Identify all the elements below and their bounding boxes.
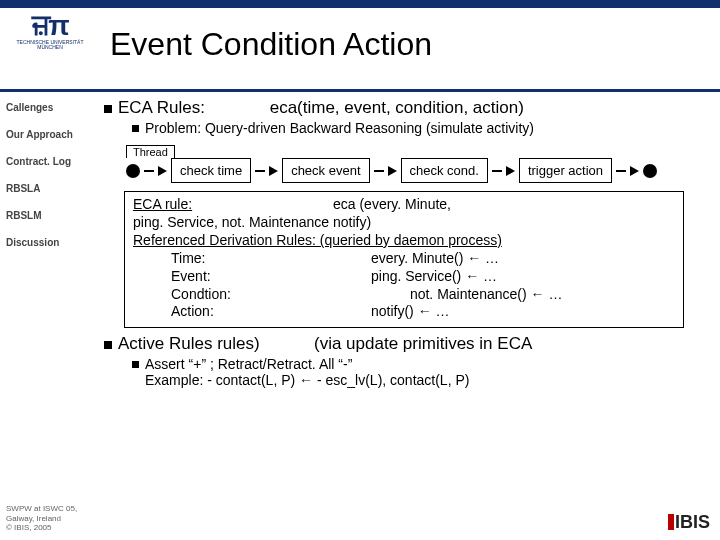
ref-val: notify() ← …	[371, 303, 675, 321]
body-layout: Callenges Our Approach Contract. Log RBS…	[0, 92, 720, 537]
ref-key: Condtion:	[171, 286, 371, 304]
ibis-logo-text: IBIS	[675, 512, 710, 532]
example-rule-label: ECA rule:	[133, 196, 192, 212]
thread-diagram: Thread check time check event check cond…	[126, 142, 686, 183]
header-band: ਜ਼π TECHNISCHE UNIVERSITÄT MÜNCHEN Event…	[0, 0, 720, 92]
connector	[255, 170, 265, 172]
connector	[144, 170, 154, 172]
tum-logo: ਜ਼π TECHNISCHE UNIVERSITÄT MÜNCHEN	[10, 14, 90, 84]
sidebar-item-discussion[interactable]: Discussion	[6, 237, 94, 248]
sidebar-item-rbsla[interactable]: RBSLA	[6, 183, 94, 194]
stage-check-event: check event	[282, 158, 369, 183]
assert-row: Assert “+” ; Retract/Retract. All “-” Ex…	[132, 356, 712, 388]
ref-val: not. Maintenance() ← …	[371, 286, 675, 304]
footer-left: SWPW at ISWC 05, Galway, Ireland © IBIS,…	[6, 504, 100, 533]
slide-title: Event Condition Action	[110, 26, 432, 63]
end-node-icon	[643, 164, 657, 178]
example-rule-rhs: eca (every. Minute,	[333, 196, 675, 214]
connector	[374, 170, 384, 172]
stage-check-cond: check cond.	[401, 158, 488, 183]
connector	[616, 170, 626, 172]
content: ECA Rules: eca(time, event, condition, a…	[100, 92, 720, 537]
arrow-right-icon	[158, 166, 167, 176]
arrow-right-icon	[388, 166, 397, 176]
ref-val: ping. Service() ← …	[371, 268, 675, 286]
arrow-right-icon	[630, 166, 639, 176]
sidebar-item-rbslm[interactable]: RBSLM	[6, 210, 94, 221]
assert-line1: Assert “+” ; Retract/Retract. All “-”	[145, 356, 712, 372]
example-rule-line1: ECA rule: eca (every. Minute,	[133, 196, 675, 214]
tum-logo-glyph: ਜ਼π	[32, 14, 67, 38]
active-rules-row: Active Rules rules) (via update primitiv…	[104, 334, 712, 354]
sidebar-item-challenges[interactable]: Callenges	[6, 102, 94, 113]
example-rule-line2: ping. Service, not. Maintenance notify)	[133, 214, 675, 232]
example-box: ECA rule: eca (every. Minute, ping. Serv…	[124, 191, 684, 328]
tum-logo-subtext: TECHNISCHE UNIVERSITÄT MÜNCHEN	[10, 40, 90, 50]
footer-venue: SWPW at ISWC 05, Galway, Ireland	[6, 504, 100, 523]
ref-key: Time:	[171, 250, 371, 268]
sidebar: Callenges Our Approach Contract. Log RBS…	[0, 92, 100, 537]
ref-row-condition: Condtion: not. Maintenance() ← …	[133, 286, 675, 304]
bullet-icon	[132, 361, 139, 368]
assert-line2: Example: - contact(L, P) ← - esc_lv(L), …	[145, 372, 712, 388]
ibis-logo: IBIS	[668, 512, 710, 533]
ref-row-time: Time: every. Minute() ← …	[133, 250, 675, 268]
ref-row-event: Event: ping. Service() ← …	[133, 268, 675, 286]
ref-row-action: Action: notify() ← …	[133, 303, 675, 321]
active-rules-desc: (via update primitives in ECA	[314, 334, 532, 354]
arrow-right-icon	[269, 166, 278, 176]
eca-rules-row: ECA Rules: eca(time, event, condition, a…	[104, 98, 712, 118]
bullet-icon	[132, 125, 139, 132]
footer-copyright: © IBIS, 2005	[6, 523, 100, 533]
connector	[492, 170, 502, 172]
ref-val: every. Minute() ← …	[371, 250, 675, 268]
eca-rules-sig: eca(time, event, condition, action)	[270, 98, 524, 117]
problem-row: Problem: Query-driven Backward Reasoning…	[132, 120, 712, 136]
thread-pipeline: check time check event check cond. trigg…	[126, 158, 686, 183]
stage-trigger-action: trigger action	[519, 158, 612, 183]
example-ref-title: Referenced Derivation Rules: (queried by…	[133, 232, 675, 250]
thread-label: Thread	[126, 145, 175, 158]
active-rules-label: Active Rules rules)	[118, 334, 308, 354]
bullet-icon	[104, 341, 112, 349]
problem-text: Problem: Query-driven Backward Reasoning…	[145, 120, 534, 136]
arrow-right-icon	[506, 166, 515, 176]
start-node-icon	[126, 164, 140, 178]
bullet-icon	[104, 105, 112, 113]
ibis-logo-bar-icon	[668, 514, 674, 530]
sidebar-item-contractlog[interactable]: Contract. Log	[6, 156, 94, 167]
sidebar-item-approach[interactable]: Our Approach	[6, 129, 94, 140]
eca-rules-label: ECA Rules:	[118, 98, 205, 117]
ref-key: Action:	[171, 303, 371, 321]
stage-check-time: check time	[171, 158, 251, 183]
ref-key: Event:	[171, 268, 371, 286]
